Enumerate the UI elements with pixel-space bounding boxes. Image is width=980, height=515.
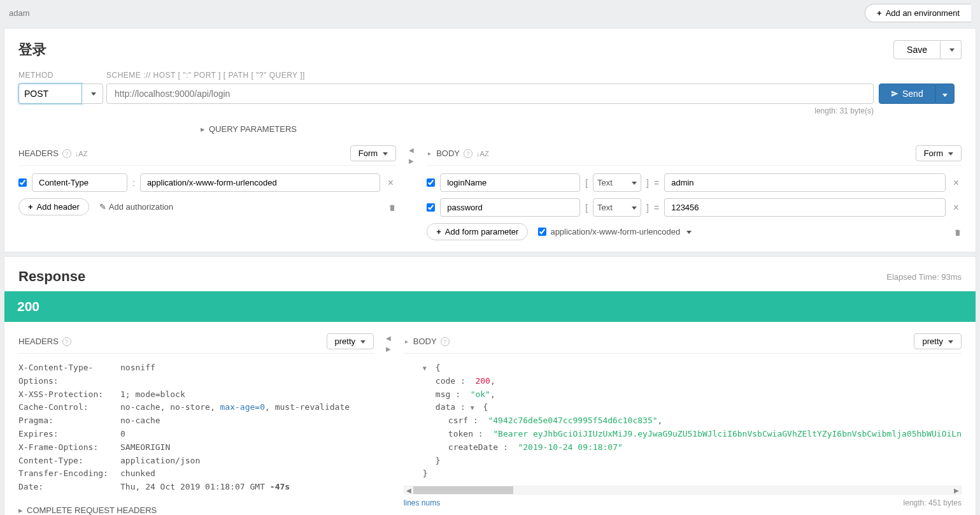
- method-dropdown[interactable]: [82, 83, 103, 104]
- body-expand-icon[interactable]: ▸: [427, 149, 432, 158]
- save-button[interactable]: Save: [893, 40, 941, 59]
- encoding-label: application/x-www-form-urlencoded: [550, 227, 680, 236]
- body-length: length: 451 bytes: [904, 498, 962, 507]
- help-icon[interactable]: ?: [62, 149, 71, 158]
- sort-icon[interactable]: ↓AZ: [476, 150, 489, 157]
- response-body-json: ▼ { code : 200, msg : "ok", data : ▼ { c…: [404, 361, 962, 481]
- header-key: X-XSS-Protection:: [18, 388, 120, 402]
- remove-header-icon[interactable]: ×: [385, 177, 396, 189]
- collapse-left-icon[interactable]: ◀: [385, 333, 392, 343]
- collapse-left-icon[interactable]: ◀: [408, 145, 415, 155]
- response-body-title: BODY: [413, 337, 437, 346]
- remove-param-icon[interactable]: ×: [951, 202, 962, 214]
- param-type-label: Text: [597, 178, 613, 187]
- collapse-right-icon[interactable]: ▶: [408, 156, 415, 166]
- param-enabled-checkbox[interactable]: [427, 203, 435, 212]
- header-enabled-checkbox[interactable]: [18, 178, 27, 187]
- bracket: [: [585, 178, 588, 188]
- send-icon: [891, 90, 898, 98]
- url-length: length: 31 byte(s): [106, 106, 874, 115]
- horizontal-scrollbar[interactable]: ◀ ▶: [404, 486, 962, 495]
- param-key-input[interactable]: [440, 198, 580, 217]
- header-value-input[interactable]: [140, 173, 380, 192]
- headers-view-mode-button[interactable]: pretty: [327, 333, 374, 349]
- elapsed-time: Elapsed Time: 93ms: [886, 272, 962, 282]
- param-value-input[interactable]: [664, 173, 945, 192]
- method-label: METHOD: [18, 71, 101, 80]
- header-value: application/json: [120, 454, 200, 468]
- header-key-input[interactable]: [32, 173, 127, 192]
- request-panel: 登录 Save METHOD SCHEME :// HOST [ ":" POR…: [4, 28, 976, 252]
- send-button[interactable]: Send: [879, 83, 935, 104]
- body-title: BODY: [436, 149, 460, 158]
- headers-view-mode-label: pretty: [335, 337, 356, 346]
- delete-headers-icon[interactable]: [388, 202, 396, 212]
- param-key-input[interactable]: [440, 173, 580, 192]
- equals: =: [654, 178, 659, 188]
- headers-title: HEADERS: [18, 149, 59, 158]
- add-authorization-link[interactable]: Add authorization: [99, 202, 173, 212]
- complete-request-headers-toggle[interactable]: COMPLETE REQUEST HEADERS: [18, 505, 374, 515]
- plus-icon: +: [28, 202, 33, 212]
- header-value: chunked: [120, 467, 155, 481]
- url-input[interactable]: [106, 83, 874, 104]
- send-spacer: [879, 71, 962, 80]
- response-headers-list: X-Content-Type-Options:nosniff X-XSS-Pro…: [18, 361, 374, 494]
- add-form-parameter-label: Add form parameter: [445, 227, 519, 236]
- lines-nums-link[interactable]: lines nums: [404, 498, 440, 507]
- json-collapse-icon[interactable]: ▼: [471, 403, 478, 413]
- body-mode-button[interactable]: Form: [916, 145, 962, 161]
- add-header-label: Add header: [37, 202, 80, 212]
- workspace-name[interactable]: adam: [9, 8, 30, 18]
- scroll-thumb[interactable]: [413, 486, 513, 494]
- json-key: data: [436, 402, 455, 412]
- scroll-left-icon[interactable]: ◀: [404, 486, 413, 494]
- body-expand-icon[interactable]: ▸: [404, 337, 409, 346]
- header-value: 1; mode=block: [120, 388, 185, 402]
- param-type-select[interactable]: Text: [593, 198, 641, 217]
- plus-icon: +: [436, 227, 441, 236]
- sort-icon[interactable]: ↓AZ: [75, 150, 88, 157]
- bracket: ]: [646, 178, 649, 188]
- collapse-right-icon[interactable]: ▶: [385, 344, 392, 354]
- json-value: "4942c76de5e047cc9995f54d6c10c835": [488, 416, 657, 425]
- json-key: msg: [436, 389, 450, 399]
- json-value: "2019-10-24 09:18:07": [518, 442, 622, 452]
- add-form-parameter-button[interactable]: +Add form parameter: [427, 223, 528, 240]
- response-title: Response: [18, 268, 85, 285]
- json-key: createDate: [448, 442, 498, 452]
- help-icon[interactable]: ?: [441, 337, 450, 346]
- json-key: csrf: [448, 416, 468, 425]
- help-icon[interactable]: ?: [464, 149, 472, 158]
- encoding-checkbox[interactable]: [538, 228, 546, 236]
- add-environment-button[interactable]: +Add an environment: [865, 4, 971, 22]
- json-value: "Bearer eyJhbGciOiJIUzUxMiJ9.eyJwaG9uZU5…: [493, 429, 962, 439]
- body-view-mode-button[interactable]: pretty: [914, 333, 962, 349]
- max-age-link[interactable]: max-age=0: [220, 402, 265, 412]
- header-value: Thu, 24 Oct 2019 01:18:07 GMT -47s: [120, 481, 290, 494]
- param-enabled-checkbox[interactable]: [427, 178, 435, 187]
- body-view-mode-label: pretty: [922, 337, 943, 346]
- encoding-toggle[interactable]: application/x-www-form-urlencoded: [538, 227, 692, 236]
- json-collapse-icon[interactable]: ▼: [423, 363, 430, 374]
- scroll-right-icon[interactable]: ▶: [952, 486, 961, 494]
- query-parameters-toggle[interactable]: QUERY PARAMETERS: [201, 124, 874, 134]
- param-value-input[interactable]: [664, 198, 945, 217]
- header-row: : ×: [18, 173, 396, 192]
- help-icon[interactable]: ?: [62, 337, 71, 346]
- json-value: 200: [475, 376, 490, 386]
- bracket: [: [585, 203, 588, 213]
- save-dropdown[interactable]: [941, 40, 962, 59]
- header-key: X-Content-Type-Options:: [18, 361, 120, 388]
- method-input[interactable]: [18, 83, 82, 104]
- add-header-button[interactable]: +Add header: [18, 198, 89, 215]
- send-dropdown[interactable]: [935, 83, 955, 104]
- query-parameters-label: QUERY PARAMETERS: [209, 124, 297, 134]
- remove-param-icon[interactable]: ×: [951, 177, 962, 189]
- param-type-label: Text: [597, 203, 613, 212]
- delete-body-icon[interactable]: [954, 227, 962, 237]
- headers-mode-button[interactable]: Form: [350, 145, 396, 161]
- param-type-select[interactable]: Text: [593, 173, 641, 192]
- headers-mode-label: Form: [359, 149, 378, 158]
- header-key: Cache-Control:: [18, 401, 120, 414]
